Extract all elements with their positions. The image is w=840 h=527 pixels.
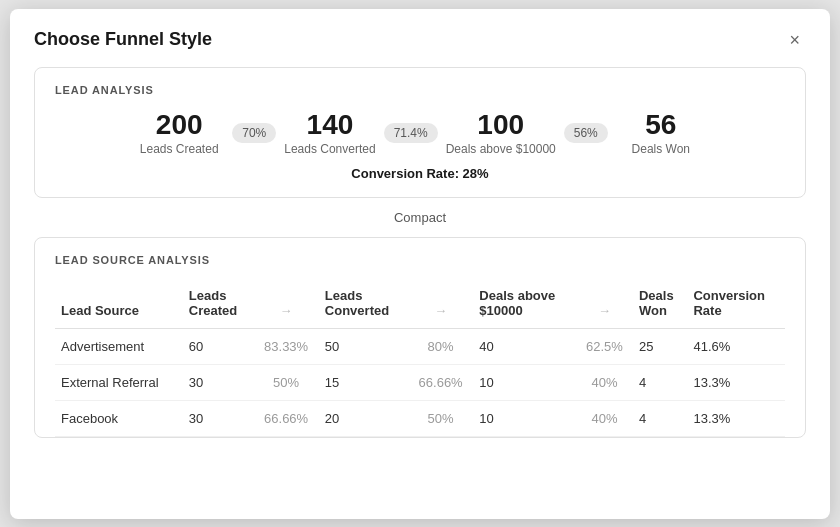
stat-leads-created: 200 Leads Created bbox=[134, 110, 224, 157]
col-header-leads-converted: LeadsConverted bbox=[319, 280, 408, 329]
cell-pct3: 40% bbox=[576, 365, 633, 401]
cell-deals-above: 10 bbox=[473, 365, 576, 401]
cell-pct2: 80% bbox=[408, 329, 473, 365]
col-header-arrow-1: → bbox=[253, 280, 318, 329]
col-header-leads-created: LeadsCreated bbox=[183, 280, 254, 329]
table-row: Facebook 30 66.66% 20 50% 10 40% 4 13.3% bbox=[55, 401, 785, 437]
col-header-arrow-2: → bbox=[408, 280, 473, 329]
col-header-deals-above: Deals above$10000 bbox=[473, 280, 576, 329]
modal-title: Choose Funnel Style bbox=[34, 29, 212, 50]
modal-container: Choose Funnel Style × LEAD ANALYSIS 200 … bbox=[10, 9, 830, 519]
col-header-lead-source: Lead Source bbox=[55, 280, 183, 329]
cell-pct2: 50% bbox=[408, 401, 473, 437]
cell-pct1: 66.66% bbox=[253, 401, 318, 437]
cell-pct1: 83.33% bbox=[253, 329, 318, 365]
cell-deals-won: 4 bbox=[633, 401, 688, 437]
funnel-stats: 200 Leads Created 70% 140 Leads Converte… bbox=[55, 110, 785, 157]
cell-leads-converted: 50 bbox=[319, 329, 408, 365]
cell-pct1: 50% bbox=[253, 365, 318, 401]
cell-source: Advertisement bbox=[55, 329, 183, 365]
cell-conversion-rate: 41.6% bbox=[687, 329, 785, 365]
cell-deals-above: 40 bbox=[473, 329, 576, 365]
cell-leads-converted: 20 bbox=[319, 401, 408, 437]
conversion-rate-prefix: Conversion Rate: bbox=[351, 166, 462, 181]
percent-badge-2: 71.4% bbox=[384, 123, 438, 143]
close-button[interactable]: × bbox=[783, 29, 806, 51]
table-scroll[interactable]: Lead Source LeadsCreated → LeadsConverte… bbox=[55, 280, 785, 437]
conversion-rate-line: Conversion Rate: 28% bbox=[55, 166, 785, 181]
stat-label-leads-converted: Leads Converted bbox=[284, 142, 375, 156]
stat-number-deals-above: 100 bbox=[446, 110, 556, 141]
lead-source-card: LEAD SOURCE ANALYSIS Lead Source LeadsCr… bbox=[34, 237, 806, 438]
cell-deals-won: 4 bbox=[633, 365, 688, 401]
cell-deals-above: 10 bbox=[473, 401, 576, 437]
cell-leads-converted: 15 bbox=[319, 365, 408, 401]
stat-number-deals-won: 56 bbox=[616, 110, 706, 141]
table-row: Advertisement 60 83.33% 50 80% 40 62.5% … bbox=[55, 329, 785, 365]
stat-leads-converted: 140 Leads Converted bbox=[284, 110, 375, 157]
stat-number-leads-converted: 140 bbox=[284, 110, 375, 141]
lead-analysis-card: LEAD ANALYSIS 200 Leads Created 70% 140 … bbox=[34, 67, 806, 199]
cell-pct3: 62.5% bbox=[576, 329, 633, 365]
lead-source-inner: LEAD SOURCE ANALYSIS Lead Source LeadsCr… bbox=[35, 238, 805, 437]
stat-label-deals-above: Deals above $10000 bbox=[446, 142, 556, 156]
cell-source: Facebook bbox=[55, 401, 183, 437]
cell-pct3: 40% bbox=[576, 401, 633, 437]
cell-conversion-rate: 13.3% bbox=[687, 401, 785, 437]
modal-header: Choose Funnel Style × bbox=[34, 29, 806, 51]
col-header-arrow-3: → bbox=[576, 280, 633, 329]
lead-source-label: LEAD SOURCE ANALYSIS bbox=[55, 254, 785, 266]
cell-deals-won: 25 bbox=[633, 329, 688, 365]
stat-label-leads-created: Leads Created bbox=[134, 142, 224, 156]
percent-badge-3: 56% bbox=[564, 123, 608, 143]
col-header-conversion-rate: ConversionRate bbox=[687, 280, 785, 329]
col-header-deals-won: DealsWon bbox=[633, 280, 688, 329]
compact-label: Compact bbox=[34, 210, 806, 225]
stat-label-deals-won: Deals Won bbox=[616, 142, 706, 156]
cell-pct2: 66.66% bbox=[408, 365, 473, 401]
cell-conversion-rate: 13.3% bbox=[687, 365, 785, 401]
conversion-rate-value: 28% bbox=[463, 166, 489, 181]
table-row: External Referral 30 50% 15 66.66% 10 40… bbox=[55, 365, 785, 401]
stat-number-leads-created: 200 bbox=[134, 110, 224, 141]
cell-source: External Referral bbox=[55, 365, 183, 401]
cell-leads-created: 60 bbox=[183, 329, 254, 365]
stat-deals-won: 56 Deals Won bbox=[616, 110, 706, 157]
stat-deals-above: 100 Deals above $10000 bbox=[446, 110, 556, 157]
lead-source-table: Lead Source LeadsCreated → LeadsConverte… bbox=[55, 280, 785, 437]
cell-leads-created: 30 bbox=[183, 401, 254, 437]
lead-analysis-label: LEAD ANALYSIS bbox=[55, 84, 785, 96]
percent-badge-1: 70% bbox=[232, 123, 276, 143]
cell-leads-created: 30 bbox=[183, 365, 254, 401]
